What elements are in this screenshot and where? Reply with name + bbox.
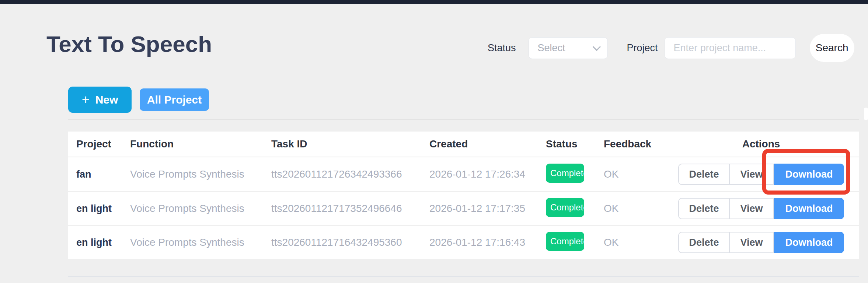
cell-function: Voice Prompts Synthesis (122, 168, 263, 180)
plus-icon: + (82, 93, 90, 106)
column-header-feedback: Feedback (596, 138, 670, 150)
cell-task-id: tts202601121716432495360 (263, 237, 421, 248)
status-badge: Complete (546, 232, 584, 251)
status-badge: Complete (546, 164, 584, 183)
new-button-label: New (95, 94, 118, 106)
cell-created: 2026-01-12 17:26:34 (421, 168, 538, 180)
project-label: Project (627, 42, 658, 54)
filter-bar: Status Select Project Search (488, 34, 854, 62)
download-button[interactable]: Download (774, 232, 844, 253)
cell-feedback: OK (596, 237, 670, 248)
cell-project: fan (68, 169, 122, 180)
delete-button[interactable]: Delete (678, 232, 730, 253)
search-button[interactable]: Search (810, 34, 854, 62)
all-project-button[interactable]: All Project (140, 88, 209, 111)
column-header-task-id: Task ID (263, 138, 421, 150)
cell-task-id: tts202601121717352496646 (263, 203, 421, 214)
cell-project: en light (68, 203, 122, 214)
cell-created: 2026-01-12 17:16:43 (421, 237, 538, 248)
cell-task-id: tts202601121726342493366 (263, 168, 421, 180)
cell-feedback: OK (596, 203, 670, 214)
page-title: Text To Speech (46, 31, 212, 57)
page: Text To Speech Status Select Project Sea… (0, 0, 868, 283)
table-row: en light Voice Prompts Synthesis tts2026… (68, 191, 859, 225)
action-button-group: Delete View Download (678, 198, 859, 219)
table-row: en light Voice Prompts Synthesis tts2026… (68, 225, 859, 259)
status-select[interactable]: Select (529, 37, 608, 59)
download-button[interactable]: Download (774, 198, 844, 219)
status-label: Status (488, 42, 516, 54)
view-button[interactable]: View (730, 232, 774, 253)
column-header-created: Created (421, 138, 538, 150)
column-header-actions: Actions (678, 138, 844, 150)
bottom-divider (68, 276, 859, 277)
delete-button[interactable]: Delete (678, 164, 730, 185)
view-button[interactable]: View (730, 198, 774, 219)
column-header-project: Project (68, 138, 122, 150)
action-button-group: Delete View Download (678, 232, 859, 253)
view-button[interactable]: View (730, 164, 774, 185)
status-select-value: Select (538, 42, 565, 54)
cell-function: Voice Prompts Synthesis (122, 237, 263, 248)
cell-project: en light (68, 237, 122, 248)
cell-created: 2026-01-12 17:17:35 (421, 203, 538, 214)
table-header-row: Project Function Task ID Created Status … (68, 132, 859, 157)
project-name-input[interactable] (665, 37, 796, 59)
download-button[interactable]: Download (774, 164, 844, 185)
chevron-down-icon (592, 43, 601, 51)
cell-function: Voice Prompts Synthesis (122, 203, 263, 214)
top-navigation-bar (0, 0, 868, 4)
toolbar: + New All Project (68, 87, 209, 113)
column-header-status: Status (538, 138, 596, 150)
action-button-group: Delete View Download (678, 164, 859, 185)
tasks-table: Project Function Task ID Created Status … (68, 132, 859, 259)
table-row: fan Voice Prompts Synthesis tts202601121… (68, 157, 859, 191)
new-button[interactable]: + New (68, 87, 132, 113)
column-header-function: Function (122, 138, 263, 150)
status-badge: Complete (546, 198, 584, 217)
delete-button[interactable]: Delete (678, 198, 730, 219)
scrollbar-thumb[interactable] (864, 108, 868, 120)
cell-feedback: OK (596, 168, 670, 180)
toolbar-divider (68, 119, 859, 120)
